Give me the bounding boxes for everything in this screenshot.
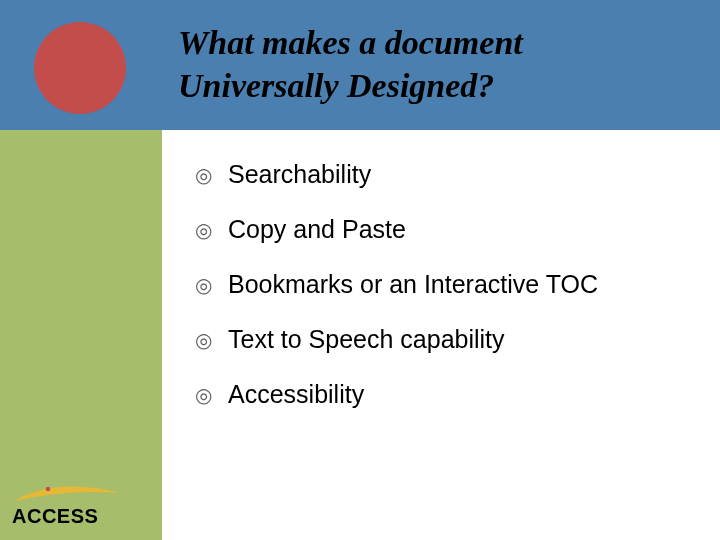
list-item: ◎ Accessibility bbox=[195, 380, 695, 409]
bullet-text: Bookmarks or an Interactive TOC bbox=[228, 270, 598, 298]
bullet-icon: ◎ bbox=[195, 381, 212, 409]
bullet-text: Copy and Paste bbox=[228, 215, 406, 243]
swoosh-icon bbox=[12, 483, 132, 507]
bullet-icon: ◎ bbox=[195, 326, 212, 354]
bullet-list: ◎ Searchability ◎ Copy and Paste ◎ Bookm… bbox=[195, 160, 695, 435]
list-item: ◎ Copy and Paste bbox=[195, 215, 695, 244]
left-panel bbox=[0, 130, 162, 540]
list-item: ◎ Bookmarks or an Interactive TOC bbox=[195, 270, 695, 299]
logo: ACCESS bbox=[12, 483, 152, 528]
bullet-text: Accessibility bbox=[228, 380, 364, 408]
accent-circle bbox=[34, 22, 126, 114]
bullet-icon: ◎ bbox=[195, 271, 212, 299]
title-line-2: Universally Designed? bbox=[178, 67, 494, 104]
bullet-text: Text to Speech capability bbox=[228, 325, 505, 353]
logo-text: ACCESS bbox=[12, 505, 152, 528]
bullet-text: Searchability bbox=[228, 160, 371, 188]
bullet-icon: ◎ bbox=[195, 161, 212, 189]
svg-point-0 bbox=[46, 487, 50, 491]
list-item: ◎ Searchability bbox=[195, 160, 695, 189]
list-item: ◎ Text to Speech capability bbox=[195, 325, 695, 354]
bullet-icon: ◎ bbox=[195, 216, 212, 244]
slide-title: What makes a document Universally Design… bbox=[178, 22, 698, 107]
slide: What makes a document Universally Design… bbox=[0, 0, 720, 540]
title-line-1: What makes a document bbox=[178, 24, 523, 61]
